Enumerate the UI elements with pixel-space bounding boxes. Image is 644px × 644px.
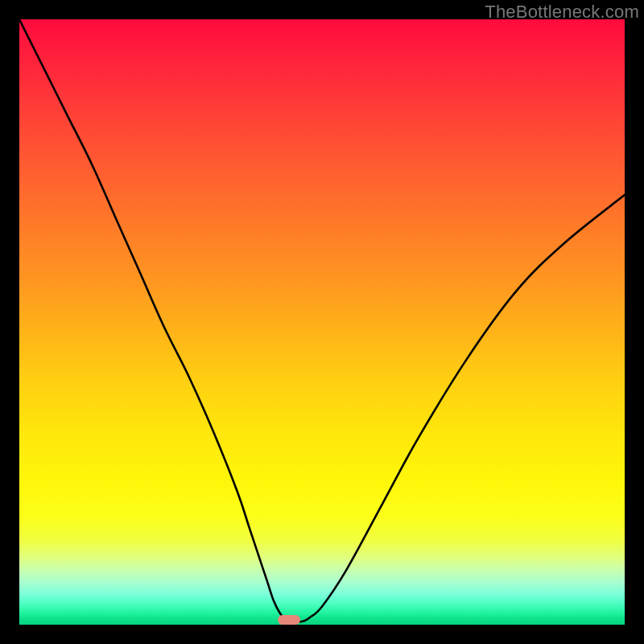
minimum-marker (278, 615, 300, 625)
watermark-label: TheBottleneck.com (485, 2, 639, 23)
bottleneck-curve (19, 19, 625, 625)
chart-frame: TheBottleneck.com (0, 0, 644, 644)
plot-area (19, 19, 625, 625)
